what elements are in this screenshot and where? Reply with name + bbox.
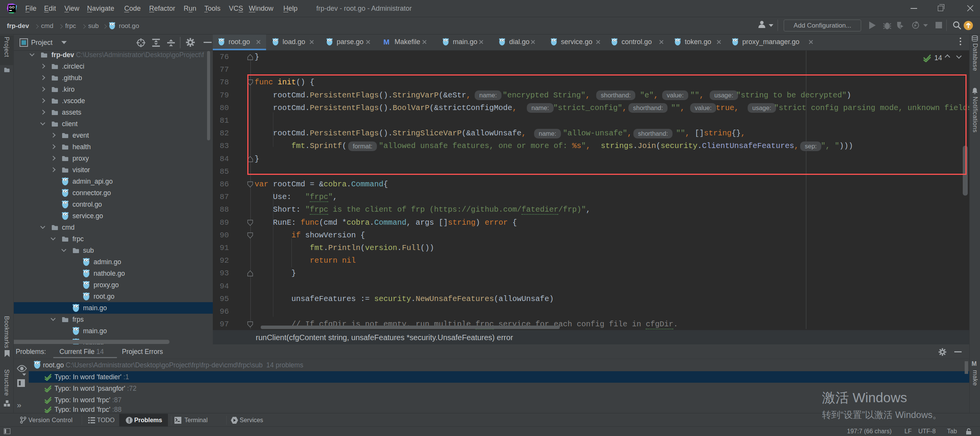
svg-text:GO: GO	[9, 5, 15, 9]
